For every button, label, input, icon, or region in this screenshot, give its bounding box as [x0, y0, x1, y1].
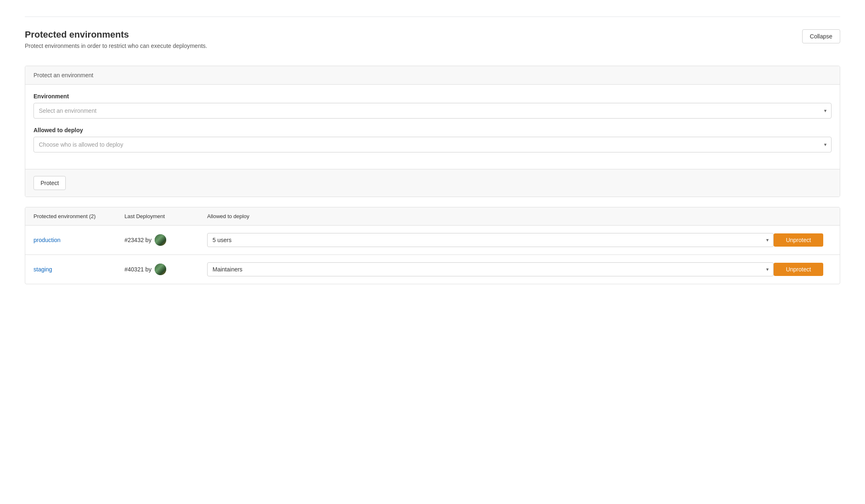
table-row: staging #40321 by Maintainers ▾ Unprotec… [25, 255, 840, 284]
table-row: production #23432 by 5 users ▾ Unprotect [25, 226, 840, 255]
environment-select-wrapper: Select an environment ▾ [33, 103, 832, 119]
allowed-deploy-group: Allowed to deploy Choose who is allowed … [33, 127, 832, 152]
deployment-info-production: #23432 by [124, 234, 207, 246]
allowed-deploy-select-production[interactable]: 5 users [207, 233, 774, 247]
unprotect-button-production[interactable]: Unprotect [774, 233, 823, 247]
environment-link-staging[interactable]: staging [33, 266, 124, 273]
protected-environments-table: Protected environment (2) Last Deploymen… [25, 207, 840, 284]
environment-group: Environment Select an environment ▾ [33, 93, 832, 119]
table-header: Protected environment (2) Last Deploymen… [25, 207, 840, 226]
protect-form-section: Protect an environment Environment Selec… [25, 66, 840, 197]
avatar-production [155, 234, 166, 246]
col-header-deployment: Last Deployment [124, 213, 207, 219]
environment-link-production[interactable]: production [33, 237, 124, 243]
deploy-select-wrapper-production: 5 users ▾ [207, 233, 774, 247]
header-text: Protected environments Protect environme… [25, 29, 207, 49]
deploy-select-wrapper-staging: Maintainers ▾ [207, 262, 774, 276]
form-section-header: Protect an environment [25, 66, 840, 85]
deployment-info-staging: #40321 by [124, 264, 207, 275]
form-section-body: Environment Select an environment ▾ Allo… [25, 85, 840, 169]
allowed-deploy-label: Allowed to deploy [33, 127, 832, 133]
col-header-actions [774, 213, 832, 219]
col-header-allowed: Allowed to deploy [207, 213, 774, 219]
avatar-staging [155, 264, 166, 275]
avatar-img-staging [155, 264, 166, 275]
collapse-button[interactable]: Collapse [802, 29, 840, 43]
page-title: Protected environments [25, 29, 207, 40]
avatar-img-production [155, 234, 166, 246]
col-header-environment: Protected environment (2) [33, 213, 124, 219]
deployment-id-production: #23432 by [124, 237, 151, 243]
form-section-title: Protect an environment [33, 72, 93, 78]
allowed-deploy-select[interactable]: Choose who is allowed to deploy [33, 137, 832, 152]
deployment-id-staging: #40321 by [124, 266, 151, 273]
unprotect-button-staging[interactable]: Unprotect [774, 263, 823, 276]
form-section-footer: Protect [25, 169, 840, 197]
environment-select[interactable]: Select an environment [33, 103, 832, 119]
environment-label: Environment [33, 93, 832, 100]
allowed-deploy-select-staging[interactable]: Maintainers [207, 262, 774, 276]
allowed-deploy-select-wrapper: Choose who is allowed to deploy ▾ [33, 137, 832, 152]
page-subtitle: Protect environments in order to restric… [25, 43, 207, 49]
protect-button[interactable]: Protect [33, 176, 66, 190]
page-header: Protected environments Protect environme… [25, 17, 840, 56]
